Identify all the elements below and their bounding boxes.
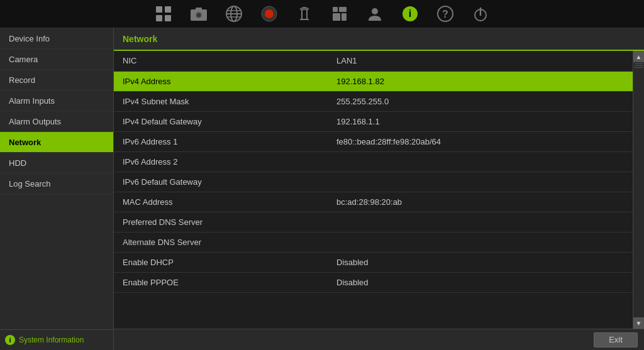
- field-value: Disabled: [328, 252, 633, 272]
- field-value: LAN1: [328, 51, 633, 71]
- footer: Exit: [114, 329, 644, 350]
- svg-rect-19: [339, 7, 347, 12]
- svg-rect-0: [156, 6, 162, 13]
- table-row[interactable]: IPv4 Default Gateway192.168.1.1: [114, 111, 633, 131]
- svg-rect-7: [196, 8, 202, 10]
- field-value: [328, 232, 633, 252]
- exit-button[interactable]: Exit: [594, 332, 638, 347]
- field-value: 192.168.1.82: [328, 71, 633, 91]
- scroll-divider-3: [635, 67, 643, 68]
- field-label: Alternate DNS Server: [114, 232, 328, 252]
- main-menu-icon[interactable]: [152, 2, 175, 26]
- account-icon[interactable]: [363, 2, 387, 26]
- table-row[interactable]: IPv6 Address 2: [114, 151, 633, 172]
- system-info-button[interactable]: i System Information: [0, 329, 113, 350]
- page-title: Network: [123, 34, 157, 44]
- scroll-divider-2: [635, 65, 643, 66]
- scroll-up-button[interactable]: ▲: [633, 51, 645, 62]
- network-icon[interactable]: [222, 2, 246, 26]
- scroll-down-button[interactable]: ▼: [633, 317, 645, 329]
- table-row[interactable]: Preferred DNS Server: [114, 212, 633, 232]
- table-row[interactable]: MAC Addressbc:ad:28:98:20:ab: [114, 192, 633, 212]
- field-label: Enable DHCP: [114, 252, 328, 272]
- svg-point-6: [197, 13, 201, 17]
- scrollbar[interactable]: ▲ ▼: [633, 51, 644, 329]
- sidebar-item-alarm-inputs[interactable]: Alarm Inputs: [0, 90, 113, 111]
- table-row[interactable]: IPv4 Subnet Mask255.255.255.0: [114, 91, 633, 111]
- svg-point-14: [265, 9, 274, 18]
- sidebar-item-network[interactable]: Network: [0, 132, 113, 153]
- help-icon[interactable]: ?: [433, 2, 457, 26]
- alarm-icon[interactable]: [292, 2, 316, 26]
- field-value: bc:ad:28:98:20:ab: [328, 192, 633, 212]
- sidebar-item-alarm-outputs[interactable]: Alarm Outputs: [0, 111, 113, 132]
- sidebar-item-device-info[interactable]: Device Info: [0, 28, 113, 49]
- svg-text:?: ?: [442, 9, 448, 19]
- field-value: [328, 212, 633, 232]
- table-row[interactable]: Alternate DNS Server: [114, 232, 633, 252]
- sidebar-item-camera[interactable]: Camera: [0, 49, 113, 70]
- shutdown-icon[interactable]: [469, 2, 492, 26]
- field-value: 255.255.255.0: [328, 91, 633, 111]
- content-header: Network: [114, 28, 644, 51]
- field-label: Preferred DNS Server: [114, 212, 328, 232]
- camera-icon[interactable]: [187, 2, 211, 26]
- field-value: [328, 151, 633, 172]
- svg-rect-1: [165, 6, 171, 13]
- main-area: Device Info Camera Record Alarm Inputs A…: [0, 28, 644, 350]
- svg-text:i: i: [409, 8, 411, 19]
- field-label: IPv4 Subnet Mask: [114, 91, 328, 111]
- scroll-track[interactable]: [633, 62, 645, 317]
- svg-rect-21: [341, 13, 347, 21]
- record-icon[interactable]: [257, 2, 281, 26]
- svg-rect-20: [333, 13, 340, 21]
- table-row[interactable]: IPv6 Address 1fe80::bead:28ff:fe98:20ab/…: [114, 131, 633, 151]
- field-value: fe80::bead:28ff:fe98:20ab/64: [328, 131, 633, 151]
- content-area: Network NICLAN1IPv4 Address192.168.1.82I…: [114, 28, 644, 350]
- field-label: IPv4 Address: [114, 71, 328, 91]
- table-scroll-area: NICLAN1IPv4 Address192.168.1.82IPv4 Subn…: [114, 51, 633, 329]
- svg-rect-3: [165, 15, 171, 21]
- sidebar-item-log-search[interactable]: Log Search: [0, 173, 113, 194]
- svg-rect-18: [333, 7, 338, 12]
- network-table: NICLAN1IPv4 Address192.168.1.82IPv4 Subn…: [114, 51, 633, 293]
- field-label: NIC: [114, 51, 328, 71]
- field-label: Enable PPPOE: [114, 272, 328, 292]
- table-row[interactable]: NICLAN1: [114, 51, 633, 71]
- toolbar: i ?: [0, 0, 644, 28]
- field-label: IPv6 Default Gateway: [114, 172, 328, 192]
- info-icon[interactable]: i: [398, 2, 422, 26]
- sidebar-item-hdd[interactable]: HDD: [0, 153, 113, 173]
- field-label: IPv6 Address 1: [114, 131, 328, 151]
- svg-rect-2: [156, 15, 162, 21]
- field-label: MAC Address: [114, 192, 328, 212]
- table-row[interactable]: IPv4 Address192.168.1.82: [114, 71, 633, 91]
- field-value: Disabled: [328, 272, 633, 292]
- sidebar-item-record[interactable]: Record: [0, 70, 113, 90]
- field-label: IPv4 Default Gateway: [114, 111, 328, 131]
- table-row[interactable]: Enable DHCPDisabled: [114, 252, 633, 272]
- field-label: IPv6 Address 2: [114, 151, 328, 172]
- field-value: 192.168.1.1: [328, 111, 633, 131]
- field-value: [328, 172, 633, 192]
- table-row[interactable]: IPv6 Default Gateway: [114, 172, 633, 192]
- table-container: NICLAN1IPv4 Address192.168.1.82IPv4 Subn…: [114, 51, 644, 329]
- system-info-icon: i: [5, 335, 15, 345]
- scroll-divider-1: [635, 63, 643, 64]
- device-icon[interactable]: [328, 2, 352, 26]
- table-row[interactable]: Enable PPPOEDisabled: [114, 272, 633, 292]
- svg-point-22: [372, 8, 378, 14]
- sidebar: Device Info Camera Record Alarm Inputs A…: [0, 28, 114, 350]
